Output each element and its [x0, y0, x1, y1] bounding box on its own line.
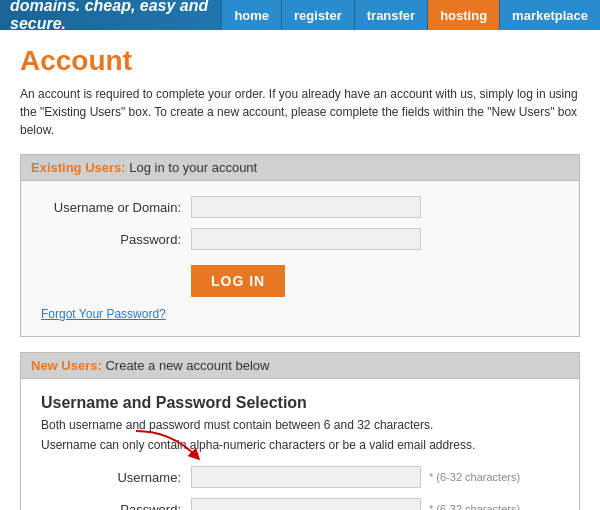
username-hint: * (6-32 characters)	[429, 471, 520, 483]
main-content: Account An account is required to comple…	[0, 30, 600, 510]
username-input[interactable]	[191, 196, 421, 218]
nav-hosting[interactable]: hosting	[427, 0, 499, 30]
nav-marketplace[interactable]: marketplace	[499, 0, 600, 30]
login-button-row: LOG IN	[41, 260, 559, 297]
new-users-box: Username and Password Selection Both use…	[20, 379, 580, 510]
password-hint: * (6-32 characters)	[429, 503, 520, 510]
brand-tagline: domains. cheap, easy and secure.	[0, 0, 221, 30]
new-users-header-text: Create a new account below	[105, 358, 269, 373]
page-title: Account	[20, 45, 580, 77]
new-username-label: Username:	[41, 470, 191, 485]
nav-transfer[interactable]: transfer	[354, 0, 427, 30]
existing-users-label: Existing Users:	[31, 160, 126, 175]
new-password-input[interactable]	[191, 498, 421, 510]
new-users-header: New Users: Create a new account below	[20, 352, 580, 379]
top-navigation: domains. cheap, easy and secure. home re…	[0, 0, 600, 30]
nav-home[interactable]: home	[221, 0, 281, 30]
new-username-row: Username: * (6-32 characters)	[41, 466, 559, 488]
password-label: Password:	[41, 232, 191, 247]
new-password-row: Password: * (6-32 characters)	[41, 498, 559, 510]
new-password-label: Password:	[41, 502, 191, 511]
existing-users-header: Existing Users: Log in to your account	[20, 154, 580, 181]
new-users-label: New Users:	[31, 358, 102, 373]
red-arrow-annotation	[131, 426, 211, 466]
subsection-desc2: Username can only contain alpha-numeric …	[41, 436, 559, 454]
password-row: Password:	[41, 228, 559, 250]
username-row: Username or Domain:	[41, 196, 559, 218]
subsection-desc1: Both username and password must contain …	[41, 416, 559, 434]
new-username-input[interactable]	[191, 466, 421, 488]
forgot-password-link[interactable]: Forgot Your Password?	[41, 307, 559, 321]
intro-text: An account is required to complete your …	[20, 85, 580, 139]
password-input[interactable]	[191, 228, 421, 250]
subsection-title: Username and Password Selection	[41, 394, 559, 412]
username-label: Username or Domain:	[41, 200, 191, 215]
existing-users-box: Username or Domain: Password: LOG IN For…	[20, 181, 580, 337]
login-button[interactable]: LOG IN	[191, 265, 285, 297]
existing-users-header-text: Log in to your account	[129, 160, 257, 175]
nav-register[interactable]: register	[281, 0, 354, 30]
